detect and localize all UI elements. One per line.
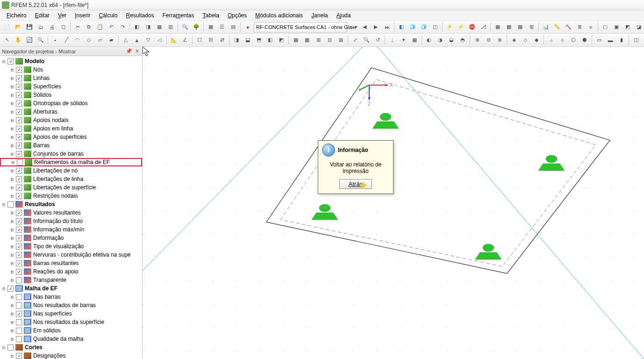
tree-item[interactable]: ⊞Apoios em linha — [0, 124, 142, 133]
tree-item[interactable]: ⊞Designações — [0, 352, 142, 359]
tree-cortes[interactable]: ⊟ Cortes — [0, 343, 142, 352]
view-front-icon[interactable]: ⬒ — [254, 35, 264, 45]
line-icon[interactable]: ╱ — [61, 35, 72, 45]
angle-icon[interactable]: ∠ — [180, 35, 190, 45]
tb2-e[interactable]: ⊠ — [336, 35, 346, 45]
tb2-r[interactable]: ⬡ — [568, 35, 579, 45]
collapse-icon[interactable]: ⊟ — [1, 286, 7, 291]
tree-item[interactable]: ⊞Transparente — [0, 276, 142, 284]
menu-ferramentas[interactable]: Ferramentas — [159, 11, 198, 20]
tree-item[interactable]: ⊞Restrições nodais — [0, 192, 142, 200]
tb2-w[interactable]: ◫ — [631, 35, 641, 45]
copy-icon[interactable]: ⧉ — [84, 22, 94, 32]
checkbox[interactable] — [16, 134, 22, 140]
expand-icon[interactable]: ⊞ — [9, 337, 15, 342]
surf-icon[interactable]: ▱ — [95, 35, 105, 45]
expand-icon[interactable]: ⊞ — [9, 168, 15, 173]
nav-prev-icon[interactable]: ◀ — [359, 22, 370, 32]
menu-opcoes[interactable]: Opções — [224, 11, 250, 20]
redo-icon[interactable]: ↷ — [117, 22, 128, 32]
checkbox[interactable] — [16, 269, 22, 275]
tree-item[interactable]: ⊞Ortotropias de sólidos — [0, 99, 142, 108]
paste-icon[interactable]: 📋 — [95, 22, 105, 32]
tree-malha[interactable]: ⊟ Malha de EF — [0, 284, 142, 293]
menu-ajuda[interactable]: Ajuda — [333, 11, 355, 20]
expand-icon[interactable]: ⊞ — [9, 261, 15, 266]
tb2-b[interactable]: ▩ — [302, 35, 312, 45]
checkbox[interactable] — [16, 328, 22, 334]
tb2-m[interactable]: ◈ — [509, 35, 519, 45]
checkbox[interactable] — [16, 67, 22, 73]
checkbox[interactable] — [16, 252, 22, 258]
checkbox[interactable] — [16, 92, 22, 98]
tb2-x[interactable]: ◪ — [642, 35, 644, 45]
cut-icon[interactable]: ✂ — [72, 22, 83, 32]
checkbox[interactable] — [7, 345, 14, 351]
tree-item[interactable]: ⊞Valores resultantes — [0, 208, 142, 217]
run1-icon[interactable]: ⚡ — [444, 22, 455, 32]
tree-item[interactable]: ⊞Linhas — [0, 74, 142, 82]
save-icon[interactable]: 💾 — [24, 22, 35, 32]
expand-icon[interactable]: ⊞ — [9, 328, 15, 333]
sup-icon[interactable]: △ — [121, 35, 131, 45]
tree-item[interactable]: ⊞Informação máx/mín — [0, 225, 142, 234]
collapse-icon[interactable]: ⊟ — [1, 59, 7, 64]
rotate-icon[interactable]: 🔄 — [24, 35, 35, 45]
expand-icon[interactable]: ⊞ — [9, 135, 15, 140]
menu-calculo[interactable]: Cálculo — [95, 11, 121, 20]
measure-icon[interactable]: 📐 — [169, 35, 179, 45]
checkbox[interactable] — [16, 126, 22, 132]
view-side-icon[interactable]: ◧ — [265, 35, 275, 45]
tree-item[interactable]: ⊞Libertações de nó — [0, 166, 142, 175]
collapse-icon[interactable]: ⊟ — [1, 345, 7, 350]
tb2-n[interactable]: ◇ — [520, 35, 530, 45]
checkbox[interactable] — [16, 210, 22, 216]
pan-icon[interactable]: ✋ — [13, 35, 23, 45]
tb2-o[interactable]: ◆ — [531, 35, 542, 45]
checkbox[interactable] — [16, 75, 22, 81]
tb2-a[interactable]: ▦ — [291, 35, 301, 45]
cursor-icon[interactable]: ↖ — [2, 35, 12, 45]
cube-icon[interactable]: 🧊 — [408, 22, 418, 32]
checkbox[interactable] — [17, 159, 23, 165]
tree-modelo[interactable]: ⊟ Modelo — [0, 57, 142, 65]
tree-item[interactable]: ⊞Tipo de visualização — [0, 242, 142, 251]
find-icon[interactable]: 🔍 — [180, 22, 190, 32]
checkbox[interactable] — [16, 151, 22, 157]
expand-icon[interactable]: ⊞ — [9, 219, 15, 224]
tree-item[interactable]: ⊞Aberturas — [0, 108, 142, 116]
menu-inserir[interactable]: Inserir — [71, 11, 94, 20]
checkbox[interactable] — [16, 311, 22, 317]
snap-icon[interactable]: ✦ — [398, 35, 408, 45]
nav-next-icon[interactable]: ▶ — [371, 22, 381, 32]
checkbox[interactable] — [7, 286, 14, 292]
tb2-d[interactable]: ⊟ — [324, 35, 335, 45]
tb2-v[interactable]: ▮ — [616, 35, 627, 45]
select-rect-icon[interactable]: ◻ — [58, 22, 68, 32]
tree-item[interactable]: ⊞Apoios de superfícies — [0, 133, 142, 141]
expand-icon[interactable]: ⊞ — [9, 353, 15, 359]
tb2-u[interactable]: ▬ — [605, 35, 615, 45]
print-icon[interactable]: 🖨 — [47, 22, 57, 32]
expand-icon[interactable]: ⊞ — [9, 84, 15, 89]
menu-ficheiro[interactable]: Ficheiro — [3, 11, 30, 20]
menu-modulos[interactable]: Módulos adicionais — [251, 11, 307, 20]
checkbox[interactable] — [16, 235, 22, 241]
sup4-icon[interactable]: ◁ — [154, 35, 165, 45]
layers2-icon[interactable]: ≡ — [586, 22, 596, 32]
tree-item[interactable]: ⊞Apoios nodais — [0, 116, 142, 124]
checkbox[interactable] — [16, 353, 22, 359]
grid2-icon[interactable]: ▦ — [409, 35, 420, 45]
tb2-l[interactable]: ⊗ — [494, 35, 505, 45]
tree-item[interactable]: ⊞Sólidos — [0, 91, 142, 99]
tree-item[interactable]: ⊞Nervuras - contribuição efetiva na supe — [0, 251, 142, 259]
tree-item[interactable]: ⊞Barras resultantes — [0, 259, 142, 267]
expand-icon[interactable]: ⊞ — [9, 118, 15, 123]
hammer-icon[interactable]: 🔨 — [563, 22, 573, 32]
expand-icon[interactable]: ⊞ — [9, 93, 15, 98]
mesh-icon[interactable]: ▩ — [504, 22, 514, 32]
tree-item[interactable]: ⊞Refinamentos da malha de EF — [0, 158, 142, 166]
sel-all-icon[interactable]: ☐ — [194, 35, 205, 45]
tree-item[interactable]: ⊞Em sólidos — [0, 326, 142, 335]
menu-resultados[interactable]: Resultados — [122, 11, 157, 20]
